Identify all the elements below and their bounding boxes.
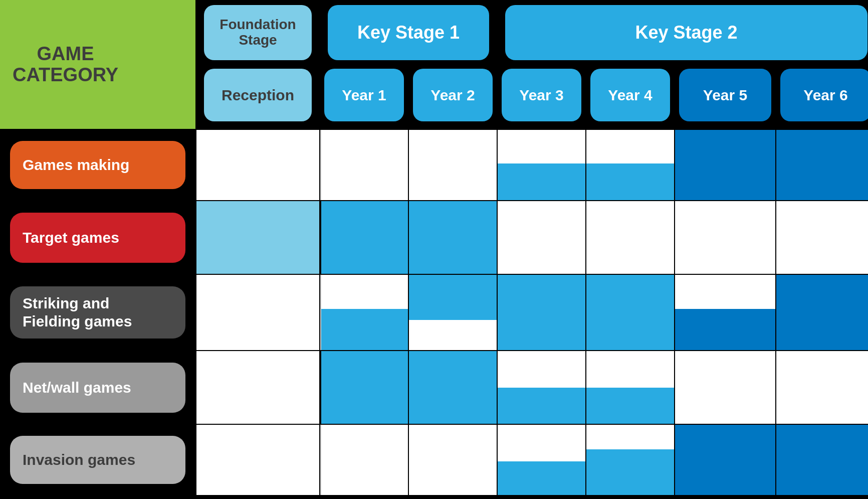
games-making-label: Games making <box>23 156 129 174</box>
game-category-header: GAME CATEGORY <box>0 0 195 129</box>
games-making-year5 <box>675 130 775 200</box>
invasion-label: Invasion games <box>23 451 135 469</box>
netwall-reception <box>196 351 319 424</box>
main-grid: GAME CATEGORY Foundation Stage Key Stage… <box>0 0 868 499</box>
year4-header: Year 4 <box>586 66 674 129</box>
games-making-year4 <box>586 130 674 200</box>
game-category-label: GAME CATEGORY <box>13 44 118 86</box>
striking-fielding-year1 <box>320 275 408 350</box>
target-games-reception <box>196 201 319 274</box>
target-games-year2 <box>409 201 497 274</box>
games-making-year2 <box>409 130 497 200</box>
netwall-year4 <box>586 351 674 424</box>
invasion-category: Invasion games <box>0 425 195 495</box>
target-games-year5 <box>675 201 775 274</box>
netwall-year5 <box>675 351 775 424</box>
target-games-year3 <box>498 201 585 274</box>
year2-label: Year 2 <box>430 87 475 103</box>
games-making-year6 <box>776 130 868 200</box>
striking-fielding-label: Striking and Fielding games <box>23 294 132 330</box>
reception-header: Reception <box>196 66 319 129</box>
striking-fielding-year4 <box>586 275 674 350</box>
striking-fielding-reception <box>196 275 319 350</box>
target-games-year6 <box>776 201 868 274</box>
year1-header: Year 1 <box>320 66 408 129</box>
netwall-year1 <box>320 351 408 424</box>
key-stage-2-label: Key Stage 2 <box>635 23 737 43</box>
netwall-category: Net/wall games <box>0 351 195 424</box>
year5-header: Year 5 <box>675 66 775 129</box>
games-making-year3 <box>498 130 585 200</box>
target-games-year1 <box>320 201 408 274</box>
netwall-pill: Net/wall games <box>10 363 185 413</box>
striking-fielding-year3 <box>498 275 585 350</box>
invasion-year6 <box>776 425 868 495</box>
striking-fielding-pill: Striking and Fielding games <box>10 286 185 339</box>
invasion-year1 <box>320 425 408 495</box>
invasion-pill: Invasion games <box>10 436 185 484</box>
year1-label: Year 1 <box>342 87 386 103</box>
netwall-year3 <box>498 351 585 424</box>
year5-label: Year 5 <box>703 87 747 103</box>
striking-fielding-year2 <box>409 275 497 350</box>
key-stage-1-header: Key Stage 1 <box>320 0 497 65</box>
striking-fielding-category: Striking and Fielding games <box>0 275 195 350</box>
year6-header: Year 6 <box>776 66 868 129</box>
year6-label: Year 6 <box>803 87 847 103</box>
striking-fielding-year6 <box>776 275 868 350</box>
foundation-stage-header: Foundation Stage <box>196 0 319 65</box>
invasion-year5 <box>675 425 775 495</box>
year4-label: Year 4 <box>608 87 652 103</box>
year3-label: Year 3 <box>519 87 563 103</box>
games-making-category: Games making <box>0 130 195 200</box>
netwall-year2 <box>409 351 497 424</box>
target-games-year4 <box>586 201 674 274</box>
invasion-year3 <box>498 425 585 495</box>
netwall-year6 <box>776 351 868 424</box>
reception-label: Reception <box>222 87 294 103</box>
games-making-pill: Games making <box>10 141 185 189</box>
invasion-year4 <box>586 425 674 495</box>
year2-header: Year 2 <box>409 66 497 129</box>
netwall-label: Net/wall games <box>23 379 131 397</box>
foundation-stage-label: Foundation Stage <box>209 17 307 48</box>
games-making-reception <box>196 130 319 200</box>
invasion-reception <box>196 425 319 495</box>
target-games-category: Target games <box>0 201 195 274</box>
invasion-year2 <box>409 425 497 495</box>
striking-fielding-year5 <box>675 275 775 350</box>
target-games-label: Target games <box>23 229 119 247</box>
games-making-year1 <box>320 130 408 200</box>
key-stage-1-label: Key Stage 1 <box>357 23 460 43</box>
year3-header: Year 3 <box>498 66 585 129</box>
target-games-pill: Target games <box>10 213 185 263</box>
key-stage-2-header: Key Stage 2 <box>498 0 868 65</box>
